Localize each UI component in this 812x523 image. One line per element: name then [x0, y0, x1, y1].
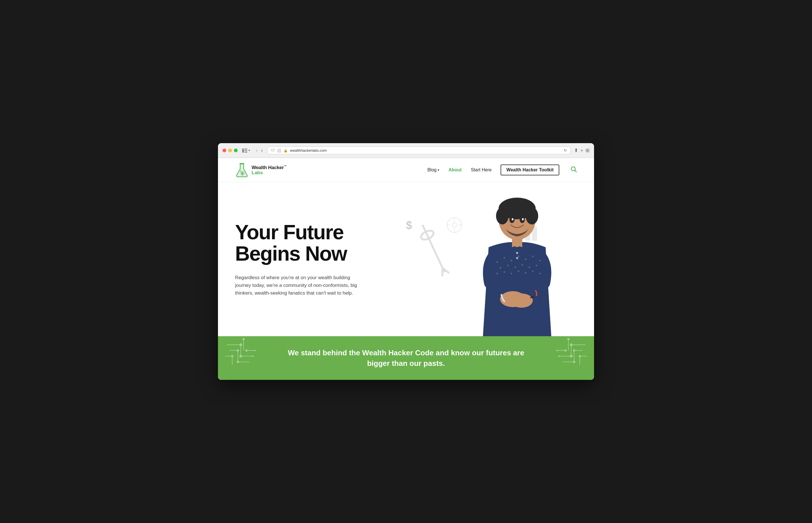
green-banner: We stand behind the Wealth Hacker Code a… — [218, 336, 594, 380]
svg-rect-3 — [244, 152, 247, 152]
svg-point-52 — [516, 252, 518, 254]
logo-text: Wealth Hacker™ Labs — [251, 165, 287, 176]
svg-rect-1 — [244, 148, 247, 149]
shield-icon: 🛡 — [271, 148, 275, 152]
banner-text: We stand behind the Wealth Hacker Code a… — [235, 348, 577, 368]
svg-point-51 — [539, 273, 541, 274]
share-icon[interactable]: ⬆ — [574, 147, 578, 154]
browser-chrome: ▾ ‹ › 🛡 ⬜ 🔒 wealthhackerlabs.com ↻ ⬆ + ⊞ — [218, 143, 594, 158]
dollar-deco-icon: $ — [406, 219, 412, 232]
nav-links: Blog ▾ About Start Here Wealth Hacker To… — [427, 165, 577, 175]
svg-line-10 — [575, 170, 577, 172]
nav-link-about[interactable]: About — [449, 167, 461, 173]
svg-point-43 — [529, 267, 530, 268]
tabs-grid-icon[interactable]: ⊞ — [585, 147, 589, 154]
svg-rect-2 — [244, 150, 247, 151]
svg-point-45 — [497, 273, 498, 274]
logo-bottom-text: Labs — [251, 170, 287, 176]
svg-point-44 — [536, 265, 537, 266]
svg-point-39 — [500, 267, 502, 269]
search-icon[interactable] — [571, 166, 577, 174]
svg-point-48 — [518, 271, 520, 272]
svg-point-7 — [240, 170, 242, 172]
lock-icon: 🔒 — [283, 148, 288, 152]
logo-icon: $ — [235, 163, 249, 177]
svg-point-38 — [539, 260, 541, 262]
svg-point-28 — [522, 218, 524, 220]
refresh-button[interactable]: ↻ — [564, 148, 567, 152]
svg-point-53 — [516, 257, 518, 259]
logo-link[interactable]: $ Wealth Hacker™ Labs — [235, 163, 287, 177]
sidebar-toggle-button[interactable]: ▾ — [241, 148, 251, 153]
svg-point-87 — [567, 338, 569, 340]
website-content: $ Wealth Hacker™ Labs Blog ▾ — [218, 158, 594, 380]
svg-point-49 — [525, 272, 527, 274]
svg-point-32 — [497, 262, 498, 263]
svg-point-23 — [496, 207, 509, 224]
browser-actions: ⬆ + ⊞ — [574, 147, 589, 154]
chevron-down-icon: ▾ — [438, 168, 439, 172]
hero-image-area: $ — [389, 199, 577, 336]
svg-point-31 — [510, 293, 533, 308]
maximize-button[interactable] — [234, 148, 238, 152]
svg-point-47 — [511, 273, 512, 274]
hero-person-image — [469, 197, 566, 336]
svg-point-37 — [532, 256, 534, 257]
gear-deco-icon — [446, 216, 463, 234]
url-display: wealthhackerlabs.com — [290, 148, 327, 152]
svg-point-42 — [522, 264, 523, 266]
svg-point-66 — [231, 355, 233, 357]
forward-button[interactable]: › — [260, 147, 264, 154]
new-tab-icon[interactable]: + — [580, 148, 583, 154]
svg-point-36 — [525, 259, 527, 260]
svg-point-76 — [570, 343, 573, 346]
person-svg — [469, 197, 566, 336]
svg-point-68 — [243, 338, 245, 340]
svg-rect-4 — [240, 163, 244, 164]
svg-point-46 — [504, 271, 505, 273]
svg-rect-0 — [242, 148, 244, 152]
site-nav: $ Wealth Hacker™ Labs Blog ▾ — [218, 158, 594, 182]
tab-icon: ⬜ — [277, 148, 281, 152]
svg-point-27 — [512, 218, 513, 220]
hero-text: Your Future Begins Now Regardless of whe… — [235, 199, 389, 336]
svg-point-8 — [243, 172, 244, 173]
close-button[interactable] — [223, 148, 226, 152]
svg-text:$: $ — [241, 172, 244, 176]
nav-buttons: ‹ › — [255, 147, 264, 154]
svg-point-34 — [511, 260, 512, 262]
toolkit-button[interactable]: Wealth Hacker Toolkit — [501, 165, 559, 175]
traffic-lights — [223, 148, 238, 152]
back-button[interactable]: ‹ — [255, 147, 259, 154]
hero-title: Your Future Begins Now — [235, 221, 378, 265]
svg-point-40 — [507, 265, 509, 266]
nav-link-blog[interactable]: Blog ▾ — [427, 167, 439, 173]
svg-point-50 — [532, 271, 534, 272]
minimize-button[interactable] — [228, 148, 232, 152]
hero-section: Your Future Begins Now Regardless of whe… — [218, 182, 594, 336]
svg-point-41 — [514, 267, 516, 268]
address-bar[interactable]: 🛡 ⬜ 🔒 wealthhackerlabs.com ↻ — [267, 147, 571, 154]
svg-point-16 — [452, 223, 457, 227]
browser-window: ▾ ‹ › 🛡 ⬜ 🔒 wealthhackerlabs.com ↻ ⬆ + ⊞ — [218, 143, 594, 380]
svg-point-35 — [518, 256, 520, 257]
svg-point-57 — [239, 343, 242, 346]
svg-point-24 — [526, 207, 538, 224]
nav-link-start-here[interactable]: Start Here — [471, 167, 491, 173]
hero-description: Regardless of where you're at on your we… — [235, 274, 360, 297]
svg-point-85 — [579, 355, 581, 357]
svg-point-33 — [504, 257, 505, 259]
logo-top-text: Wealth Hacker™ — [251, 165, 287, 170]
